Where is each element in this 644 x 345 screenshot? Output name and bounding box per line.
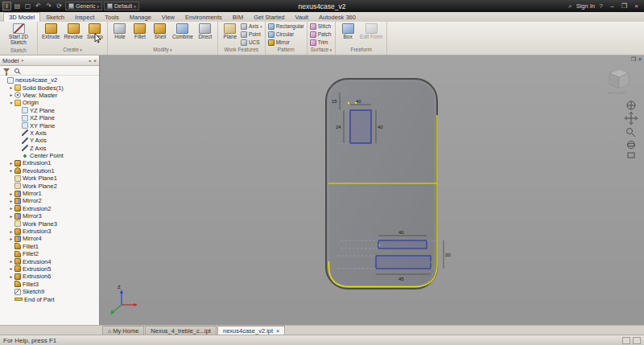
tree-item[interactable]: XY Plane — [0, 121, 99, 129]
tree-item[interactable]: Fillet2 — [0, 250, 99, 257]
document-tab[interactable]: nexus4case_v2.ipt × — [217, 326, 285, 335]
document-tab[interactable]: ⌂ My Home — [102, 326, 144, 335]
tree-item[interactable]: ▸ Mirror3 — [0, 212, 99, 220]
tree-item[interactable]: ▸ Solid Bodies(1) — [0, 84, 99, 91]
dim-label[interactable]: 40 — [378, 125, 383, 129]
sign-in-link[interactable]: Sign In — [576, 2, 595, 10]
point-button[interactable]: Point — [241, 31, 262, 38]
material-dropdown[interactable]: Generic — [65, 2, 102, 10]
combine-button[interactable]: Combine — [171, 23, 195, 46]
dim-label[interactable]: 24 — [336, 125, 341, 129]
pan-icon[interactable] — [625, 112, 638, 125]
ribbon-tab[interactable]: View — [157, 13, 180, 22]
viewport-restore-icon[interactable]: ❐ — [631, 56, 636, 63]
direct-button[interactable]: Direct — [196, 23, 215, 46]
stitch-button[interactable]: Stitch — [310, 23, 332, 30]
ucs-button[interactable]: UCS — [241, 39, 262, 46]
filter-icon[interactable] — [3, 68, 10, 72]
tree-expander-icon[interactable]: ▸ — [8, 161, 14, 166]
ribbon-tab[interactable]: 3D Model — [3, 12, 40, 22]
ribbon-tab[interactable]: Autodesk 360 — [314, 13, 361, 22]
orbit-icon[interactable] — [628, 142, 635, 149]
close-button[interactable]: × — [631, 2, 642, 10]
save-icon[interactable]: ▢ — [23, 2, 32, 10]
tree-item[interactable]: Work Plane2 — [0, 182, 99, 189]
tree-expander-icon[interactable]: ▸ — [8, 85, 14, 90]
tree-item[interactable]: ▾ Origin — [0, 99, 99, 106]
tree-item[interactable]: ▸ Mirror1 — [0, 190, 99, 197]
panel-title-freeform[interactable]: Freeform — [336, 47, 386, 55]
browser-dock-icon[interactable]: ▪ — [89, 58, 90, 64]
ribbon-tab[interactable]: BIM — [228, 13, 248, 22]
fillet-button[interactable]: Fillet — [130, 23, 150, 46]
panel-title-modify[interactable]: Modify — [108, 47, 217, 55]
tree-item[interactable]: Fillet3 — [0, 281, 99, 288]
edit-form-button[interactable]: Edit Form — [358, 23, 384, 46]
tree-item[interactable]: ▸ Mirror4 — [0, 235, 99, 242]
plane-button[interactable]: Plane — [221, 23, 240, 46]
search-icon[interactable]: ⌕ — [566, 2, 575, 10]
sketch-rect-camera[interactable] — [350, 110, 371, 143]
dim-label[interactable]: 40 — [398, 230, 404, 235]
ribbon-tab[interactable]: Manage — [125, 13, 156, 22]
panel-title-pattern[interactable]: Pattern — [266, 47, 307, 55]
look-at-icon[interactable] — [628, 153, 634, 158]
tab-close-icon[interactable]: × — [276, 328, 279, 334]
tree-item[interactable]: ▸ Extrusion6 — [0, 273, 99, 280]
dim-label[interactable]: 45 — [398, 277, 404, 281]
tree-item[interactable]: Z Axis — [0, 145, 99, 152]
open-icon[interactable]: ▤ — [13, 2, 22, 10]
tree-expander-icon[interactable]: ▸ — [8, 236, 14, 241]
tree-item[interactable]: X Axis — [0, 129, 99, 137]
tree-item[interactable]: ▸ Extrusion3 — [0, 228, 99, 235]
shell-button[interactable]: Shell — [151, 23, 170, 46]
help-icon[interactable]: ? — [597, 2, 605, 10]
extrude-button[interactable]: Extrude — [40, 23, 61, 46]
panel-title-work-features[interactable]: Work Features — [218, 47, 265, 55]
viewport-3d[interactable]: ❐ × — [100, 55, 644, 325]
viewport-canvas[interactable]: 15 40 24 40 40 45 20 Z — [100, 55, 644, 325]
tree-expander-icon[interactable]: ▸ — [8, 92, 14, 97]
tree-item[interactable]: ▸ Revolution1 — [0, 167, 99, 175]
tree-item[interactable]: Fillet1 — [0, 243, 99, 250]
tree-item[interactable]: Center Point — [0, 152, 99, 159]
tree-expander-icon[interactable]: ▾ — [8, 101, 14, 105]
full-navigation-wheel-icon[interactable] — [627, 101, 635, 109]
update-icon[interactable]: ⟳ — [55, 2, 64, 10]
dim-label[interactable]: 20 — [445, 253, 451, 257]
ribbon-tab[interactable]: Environments — [180, 13, 227, 22]
ribbon-tab[interactable]: Inspect — [70, 13, 99, 22]
redo-icon[interactable]: ↷ — [44, 2, 53, 10]
tree-expander-icon[interactable]: ▸ — [8, 266, 14, 271]
sketch-rect-slot1[interactable] — [378, 240, 427, 248]
tree-expander-icon[interactable]: ▸ — [8, 259, 14, 264]
tree-expander-icon[interactable]: ▸ — [8, 199, 14, 203]
circular-pattern-button[interactable]: Circular — [268, 31, 304, 38]
axis-button[interactable]: Axis ▾ — [241, 23, 262, 30]
tree-item[interactable]: ▸ View: Master — [0, 92, 99, 99]
tree-item[interactable]: ▸ Extrusion5 — [0, 265, 99, 273]
tree-expander-icon[interactable]: ▸ — [8, 214, 14, 219]
tree-expander-icon[interactable]: ▸ — [8, 274, 14, 279]
inventor-app-icon[interactable]: I — [2, 2, 11, 10]
tree-expander-icon[interactable]: ▸ — [8, 229, 14, 234]
zoom-icon[interactable] — [627, 129, 636, 138]
start-2d-sketch-button[interactable]: Start 2D Sketch — [2, 23, 35, 47]
status-counter[interactable] — [633, 337, 641, 344]
hole-button[interactable]: Hole — [110, 23, 130, 46]
sketch-rect-slot2[interactable] — [376, 256, 431, 269]
ribbon-tab[interactable]: Get Started — [249, 13, 289, 22]
undo-icon[interactable]: ↶ — [34, 2, 43, 10]
maximize-button[interactable]: ❐ — [619, 2, 630, 10]
dim-label[interactable]: 40 — [356, 99, 361, 104]
tree-expander-icon[interactable]: ▸ — [8, 191, 14, 196]
tree-item[interactable]: XZ Plane — [0, 114, 99, 121]
tree-item[interactable]: Work Plane1 — [0, 175, 99, 182]
browser-close-icon[interactable]: × — [93, 58, 97, 64]
tree-item[interactable]: nexus4case_v2 — [0, 76, 99, 84]
tree-item[interactable]: End of Part — [0, 295, 99, 302]
tree-item[interactable]: ▸ Extrusion1 — [0, 159, 99, 166]
tree-expander-icon[interactable]: ▸ — [8, 206, 14, 211]
sketch-point[interactable] — [348, 102, 349, 104]
tree-item[interactable]: Y Axis — [0, 137, 99, 144]
